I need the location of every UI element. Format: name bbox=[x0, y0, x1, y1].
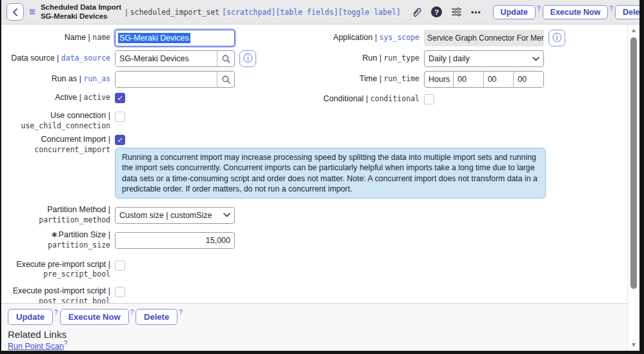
context-menu-icon[interactable]: ≡ bbox=[29, 6, 35, 19]
partition-method-select[interactable]: Custom size | customSize bbox=[115, 207, 235, 224]
run-as-reference-group bbox=[115, 71, 235, 88]
delete-button[interactable]: Delete bbox=[615, 5, 644, 19]
use-connection-checkbox[interactable] bbox=[115, 112, 125, 122]
run-type-selected-option: Daily | daily bbox=[428, 54, 470, 63]
update-button[interactable]: Update bbox=[493, 5, 536, 19]
active-label: Active | active bbox=[5, 93, 115, 103]
record-title-line2: SG-Meraki Devices bbox=[41, 12, 121, 21]
table-subtitle: | scheduled_import_set [scratchpad][tabl… bbox=[125, 7, 401, 17]
scroll-down-icon[interactable]: ▼ bbox=[628, 341, 639, 348]
footer-update-help-mark[interactable]: ? bbox=[54, 309, 58, 316]
concurrent-import-checkbox[interactable]: ✓ bbox=[115, 135, 125, 145]
footer-delete-button[interactable]: Delete bbox=[136, 309, 177, 325]
record-title: Scheduled Data Import SG-Meraki Devices bbox=[41, 3, 121, 21]
run-point-scan-help-mark[interactable]: ? bbox=[64, 340, 68, 347]
run-time-group: Hours bbox=[424, 71, 544, 88]
data-source-reference-group bbox=[115, 50, 235, 67]
partition-method-label: Partition Method | partition_method bbox=[5, 205, 115, 225]
run-as-label: Run as | run_as bbox=[5, 74, 115, 84]
run-type-select[interactable]: Daily | daily bbox=[424, 50, 544, 67]
scroll-up-icon[interactable]: ▲ bbox=[628, 26, 639, 34]
scrollbar-thumb[interactable] bbox=[630, 37, 637, 289]
field-row-partition-method: Partition Method | partition_method Cust… bbox=[5, 205, 639, 225]
mandatory-icon: ✱ bbox=[51, 231, 57, 239]
application-preview-button[interactable]: ⓘ bbox=[548, 30, 565, 46]
form-body: Name | name SG-Meraki Devices Data sourc… bbox=[1, 25, 639, 306]
application-label: Application | sys_scope bbox=[317, 33, 424, 43]
field-row-partition-size: ✱Partition Size | partition_size bbox=[5, 230, 639, 250]
name-input-selected-text: SG-Meraki Devices bbox=[118, 33, 190, 43]
conditional-label: Conditional | conditional bbox=[317, 94, 424, 104]
pre-script-checkbox[interactable] bbox=[115, 261, 125, 271]
run-point-scan-link[interactable]: Run Point Scan bbox=[8, 342, 64, 351]
run-time-label: Time | run_time bbox=[317, 74, 424, 84]
run-time-unit-label: Hours bbox=[425, 72, 453, 87]
run-time-seconds-input[interactable] bbox=[513, 72, 543, 87]
table-name: scheduled_import_set bbox=[130, 8, 219, 17]
footer-actions: Update ? Execute Now ? Delete ? bbox=[8, 309, 633, 325]
field-row-application: Application | sys_scope Service Graph Co… bbox=[317, 30, 565, 46]
field-row-conditional: Conditional | conditional bbox=[317, 94, 565, 104]
form-header: ≡ Scheduled Data Import SG-Meraki Device… bbox=[1, 0, 639, 25]
chevron-down-icon bbox=[223, 213, 230, 217]
data-source-preview-button[interactable]: ⓘ bbox=[239, 50, 256, 67]
debug-flags[interactable]: [scratchpad][table fields][toggle label] bbox=[222, 8, 401, 17]
help-icon[interactable]: ? bbox=[431, 6, 442, 17]
application-readonly-value: Service Graph Connector For Meraki bbox=[424, 30, 544, 46]
run-as-search-icon[interactable] bbox=[217, 72, 234, 87]
execute-now-help-mark[interactable]: ? bbox=[609, 5, 613, 12]
form-footer: Update ? Execute Now ? Delete ? Related … bbox=[1, 303, 639, 351]
field-row-run-time: Time | run_time Hours bbox=[317, 71, 565, 88]
header-actions: Update ? Execute Now ? Delete ? bbox=[493, 5, 644, 19]
form-right-column: Application | sys_scope Service Graph Co… bbox=[317, 30, 565, 108]
record-title-line1: Scheduled Data Import bbox=[41, 3, 121, 12]
active-checkbox[interactable]: ✓ bbox=[115, 93, 125, 103]
conditional-checkbox[interactable] bbox=[424, 94, 434, 104]
partition-size-input[interactable] bbox=[115, 232, 235, 249]
related-links-heading: Related Links bbox=[8, 329, 633, 340]
name-input[interactable]: SG-Meraki Devices bbox=[115, 30, 235, 46]
pre-script-label: Execute pre-import script | pre_script_b… bbox=[5, 260, 115, 280]
title-separator: | bbox=[125, 7, 127, 17]
post-script-checkbox[interactable] bbox=[115, 287, 125, 297]
run-time-hours-input[interactable] bbox=[453, 72, 483, 87]
data-source-search-icon[interactable] bbox=[217, 51, 234, 66]
footer-execute-now-help-mark[interactable]: ? bbox=[130, 309, 134, 316]
partition-size-label: ✱Partition Size | partition_size bbox=[5, 230, 115, 250]
use-connection-label: Use connection | use_child_connection bbox=[5, 111, 115, 131]
name-label: Name | name bbox=[5, 33, 115, 43]
partition-method-selected-option: Custom size | customSize bbox=[119, 211, 212, 220]
run-as-input[interactable] bbox=[116, 72, 217, 87]
data-source-label: Data source | data_source bbox=[5, 54, 115, 64]
field-row-pre-script: Execute pre-import script | pre_script_b… bbox=[5, 260, 639, 280]
personalize-form-icon[interactable] bbox=[451, 7, 462, 17]
attachment-icon[interactable] bbox=[411, 6, 422, 18]
footer-execute-now-button[interactable]: Execute Now bbox=[60, 309, 129, 325]
footer-update-button[interactable]: Update bbox=[8, 309, 53, 325]
field-row-use-connection: Use connection | use_child_connection bbox=[5, 111, 639, 131]
concurrent-import-info-message: Running a concurrent import may increase… bbox=[115, 148, 546, 199]
app-window: ≡ Scheduled Data Import SG-Meraki Device… bbox=[0, 0, 644, 354]
more-options-icon[interactable]: ••• bbox=[471, 8, 481, 17]
concurrent-import-field: ✓ Running a concurrent import may increa… bbox=[115, 135, 546, 199]
execute-now-button[interactable]: Execute Now bbox=[543, 5, 609, 19]
vertical-scrollbar[interactable]: ▲ ▼ bbox=[627, 25, 639, 351]
concurrent-import-label: Concurrent Import | concurrent_import bbox=[5, 135, 115, 155]
chevron-down-icon bbox=[532, 57, 539, 61]
footer-delete-help-mark[interactable]: ? bbox=[179, 309, 183, 316]
field-row-concurrent-import: Concurrent Import | concurrent_import ✓ … bbox=[5, 135, 639, 199]
run-time-minutes-input[interactable] bbox=[483, 72, 514, 87]
back-button[interactable] bbox=[6, 3, 24, 21]
chevron-left-icon bbox=[12, 8, 18, 16]
field-row-run-type: Run | run_type Daily | daily bbox=[317, 50, 565, 67]
run-type-label: Run | run_type bbox=[317, 54, 424, 64]
data-source-input[interactable] bbox=[116, 51, 217, 66]
update-help-mark[interactable]: ? bbox=[537, 5, 541, 12]
